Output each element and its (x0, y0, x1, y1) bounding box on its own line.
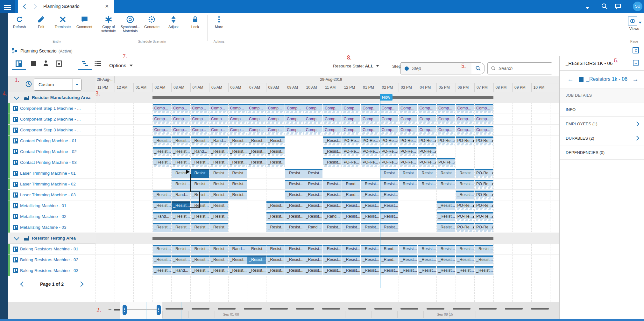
gantt-bar[interactable]: _Resist... (304, 212, 323, 221)
gantt-bar[interactable]: _Resist... (191, 245, 209, 254)
gantt-bar[interactable]: PO-Re... (475, 169, 493, 178)
tree-item-row[interactable]: Metallizing Machine - 03 (8, 222, 96, 233)
gantt-bar[interactable]: _Resist... (323, 158, 342, 167)
gantt-bar[interactable]: _Resist... (304, 255, 323, 264)
gantt-bar[interactable]: _Resist... (456, 245, 474, 254)
views-label[interactable]: Views (625, 27, 643, 31)
gantt-bar[interactable]: _Resist... (437, 212, 455, 221)
gantt-bar[interactable]: _Resist... (437, 245, 455, 254)
gantt-bar[interactable]: _Resist... (229, 147, 247, 156)
gantt-bar[interactable]: _Resist... (172, 201, 190, 210)
gantt-bar[interactable]: _Rand... (380, 255, 399, 264)
gantt-bar[interactable]: _Resist... (437, 180, 455, 189)
gantt-bar[interactable]: _Rand... (229, 245, 247, 254)
gantt-bar[interactable]: PO-Re... (456, 136, 474, 145)
gantt-bar[interactable]: _Resist... (399, 180, 417, 189)
gantt-bar[interactable]: Comp... (229, 104, 247, 113)
gantt-bar[interactable]: Comp... (361, 104, 379, 113)
gantt-bar[interactable]: _Rand... (380, 245, 399, 254)
tree-item-row[interactable]: Metallizing Machine - 01 (8, 200, 96, 211)
gantt-bar[interactable]: _Resist... (285, 212, 304, 221)
gantt-bar[interactable]: Comp... (361, 115, 379, 124)
gantt-bar[interactable]: _Resist... (153, 191, 171, 199)
gantt-bar[interactable]: _Resist... (456, 169, 474, 178)
gantt-bar[interactable]: _Resist... (323, 245, 342, 254)
tab-back-icon[interactable] (23, 4, 28, 9)
gantt-bar[interactable]: _Resist... (323, 147, 342, 156)
section-durables[interactable]: DURABLES (2) (560, 131, 644, 145)
machine-label[interactable]: Contact Printing Machine - 02 (20, 149, 77, 154)
gantt-bar[interactable]: Comp... (418, 115, 436, 124)
gantt-bar[interactable]: _Resist... (437, 266, 455, 275)
gantt-bar[interactable]: _Resist... (247, 136, 266, 145)
gantt-bar[interactable]: _Resist... (323, 201, 342, 210)
gantt-bar[interactable]: Comp... (456, 115, 474, 124)
gantt-bar[interactable]: PO-Re... (418, 147, 436, 156)
gantt-bar[interactable]: _Resist... (229, 180, 247, 189)
tree-item-row[interactable]: Component Step 2 Machine - ... (8, 114, 96, 125)
avatar[interactable]: SU (633, 2, 642, 11)
gantt-bar[interactable]: _Resist... (304, 245, 323, 254)
gantt-bar[interactable]: _Resist... (153, 147, 171, 156)
resource-view-icon[interactable] (15, 60, 22, 68)
section-info[interactable]: INFO (560, 102, 644, 117)
tab-close-icon[interactable]: ✕ (105, 3, 109, 9)
gantt-bar[interactable]: _Resist... (229, 255, 247, 264)
gantt-bar[interactable]: Comp... (153, 104, 171, 113)
gantt-bar[interactable]: _Resist... (209, 212, 228, 221)
gantt-bar[interactable]: _Resist... (475, 245, 493, 254)
gantt-bar[interactable]: PO-Re... (399, 158, 417, 167)
gantt-bar[interactable]: Comp... (191, 104, 209, 113)
tab-planning-scenario[interactable]: Planning Scenario ✕ (18, 0, 114, 13)
gantt-bar[interactable]: _Resist... (285, 201, 304, 210)
gantt-bar[interactable]: Comp... (266, 104, 285, 113)
gantt-bar[interactable]: Comp... (304, 126, 323, 135)
gantt-bar[interactable]: _Resist... (266, 223, 285, 232)
views-eye-icon[interactable] (628, 17, 637, 25)
gantt-bar[interactable]: Comp... (399, 126, 417, 135)
gantt-bar[interactable]: _Resist... (418, 245, 436, 254)
gantt-bar[interactable]: _Resist... (380, 212, 399, 221)
gantt-bar[interactable]: Comp... (229, 126, 247, 135)
gantt-bar[interactable]: _Resist... (456, 191, 474, 199)
gantt-bar[interactable]: _Resist... (229, 158, 247, 167)
gantt-bar[interactable]: _Resist... (191, 180, 209, 189)
gantt-bar[interactable]: _Resist... (247, 255, 266, 264)
search-input[interactable] (498, 66, 552, 71)
gantt-bar[interactable]: Comp... (437, 104, 455, 113)
copy-of-schedule-button[interactable]: Copy of schedule (98, 15, 119, 33)
machine-label[interactable]: Baking Resistors Machine - 02 (20, 257, 78, 262)
gantt-bar[interactable]: _Resist... (191, 136, 209, 145)
tree-group-row[interactable]: Resistor Manufacturing Area (8, 92, 96, 103)
page-next-icon[interactable] (78, 281, 84, 287)
gantt-bar[interactable]: _Resist... (209, 158, 228, 167)
gantt-bar[interactable]: PO-Re... (475, 223, 493, 232)
gantt-bar[interactable]: _Resist... (229, 136, 247, 145)
gantt-bar[interactable]: _Resist... (266, 212, 285, 221)
gantt-bar[interactable]: _Resist... (323, 136, 342, 145)
list-view-icon[interactable] (94, 60, 101, 68)
gantt-bar[interactable]: _Resist... (380, 201, 399, 210)
gantt-bar[interactable]: Comp... (172, 115, 190, 124)
gantt-bar[interactable]: _Resist... (285, 266, 304, 275)
adjust-button[interactable]: Adjust (163, 15, 184, 29)
gantt-bar[interactable]: _Resist... (456, 180, 474, 189)
gantt-bar[interactable]: Comp... (342, 115, 361, 124)
machine-label[interactable]: Contact Printing Machine - 01 (20, 138, 77, 143)
gantt-bar[interactable]: Comp... (418, 104, 436, 113)
gantt-bar[interactable]: _Resist... (361, 255, 379, 264)
gantt-bar[interactable]: PO-Re... (380, 136, 399, 145)
machine-label[interactable]: Contact Printing Machine - 03 (20, 160, 77, 165)
gantt-bar[interactable]: PO-Re... (342, 136, 361, 145)
gantt-bar[interactable]: _Resist... (266, 255, 285, 264)
gantt-bar[interactable]: _Resist... (285, 191, 304, 199)
options-dropdown[interactable]: Options (109, 63, 133, 68)
gantt-bar[interactable]: _Resist... (191, 212, 209, 221)
views-dropdown-icon[interactable] (639, 20, 642, 24)
tree-item-row[interactable]: Component Step 3 Machine - ... (8, 125, 96, 136)
gantt-bar[interactable]: _Resist... (172, 180, 190, 189)
gantt-bar[interactable]: PO-Re... (437, 136, 455, 145)
gantt-bar[interactable]: _Resist... (456, 266, 474, 275)
gantt-bar[interactable]: Comp... (323, 104, 342, 113)
gantt-bar[interactable]: _Resist... (304, 266, 323, 275)
